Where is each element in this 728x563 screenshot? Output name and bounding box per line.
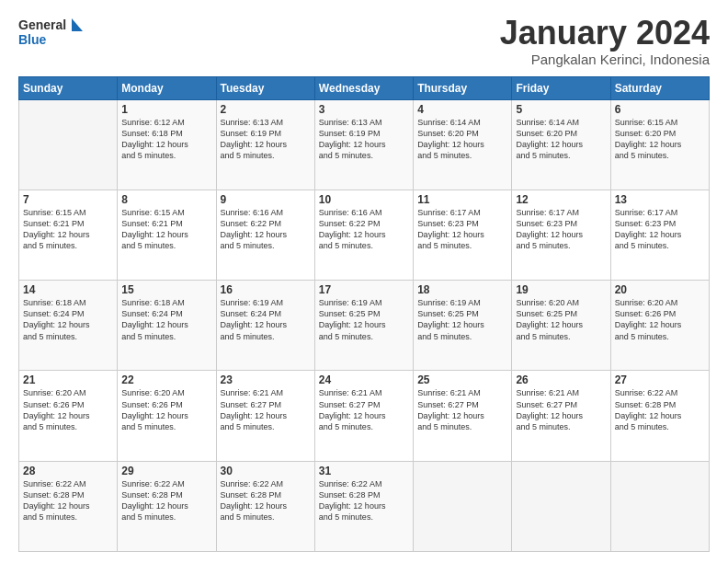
day-number: 6 [615, 103, 705, 116]
day-info: Sunrise: 6:22 AM Sunset: 6:28 PM Dayligh… [221, 478, 311, 523]
table-cell: 15Sunrise: 6:18 AM Sunset: 6:24 PM Dayli… [118, 281, 216, 371]
table-cell: 4Sunrise: 6:14 AM Sunset: 6:20 PM Daylig… [414, 99, 512, 190]
day-info: Sunrise: 6:14 AM Sunset: 6:20 PM Dayligh… [516, 117, 606, 162]
day-number: 21 [23, 373, 113, 386]
svg-text:General: General [18, 17, 66, 32]
table-cell: 11Sunrise: 6:17 AM Sunset: 6:23 PM Dayli… [414, 190, 512, 280]
month-title: January 2024 [500, 15, 710, 52]
table-cell: 19Sunrise: 6:20 AM Sunset: 6:25 PM Dayli… [512, 281, 610, 371]
table-cell [414, 461, 512, 551]
table-cell: 24Sunrise: 6:21 AM Sunset: 6:27 PM Dayli… [314, 371, 413, 461]
table-cell: 8Sunrise: 6:15 AM Sunset: 6:21 PM Daylig… [118, 190, 216, 280]
header-thursday: Thursday [414, 76, 512, 99]
day-number: 19 [516, 283, 606, 296]
table-cell: 12Sunrise: 6:17 AM Sunset: 6:23 PM Dayli… [512, 190, 610, 280]
week-row-3: 14Sunrise: 6:18 AM Sunset: 6:24 PM Dayli… [19, 281, 710, 371]
table-cell: 30Sunrise: 6:22 AM Sunset: 6:28 PM Dayli… [216, 461, 314, 551]
day-info: Sunrise: 6:19 AM Sunset: 6:24 PM Dayligh… [221, 297, 311, 342]
day-number: 27 [615, 373, 705, 386]
table-cell: 22Sunrise: 6:20 AM Sunset: 6:26 PM Dayli… [118, 371, 216, 461]
day-info: Sunrise: 6:22 AM Sunset: 6:28 PM Dayligh… [319, 478, 409, 523]
weekday-header-row: Sunday Monday Tuesday Wednesday Thursday… [19, 76, 710, 99]
week-row-4: 21Sunrise: 6:20 AM Sunset: 6:26 PM Dayli… [19, 371, 710, 461]
day-info: Sunrise: 6:21 AM Sunset: 6:27 PM Dayligh… [516, 387, 606, 432]
day-info: Sunrise: 6:21 AM Sunset: 6:27 PM Dayligh… [221, 387, 311, 432]
day-info: Sunrise: 6:17 AM Sunset: 6:23 PM Dayligh… [516, 207, 606, 252]
table-cell: 23Sunrise: 6:21 AM Sunset: 6:27 PM Dayli… [216, 371, 314, 461]
day-info: Sunrise: 6:13 AM Sunset: 6:19 PM Dayligh… [221, 117, 311, 162]
day-number: 7 [23, 193, 113, 206]
day-info: Sunrise: 6:18 AM Sunset: 6:24 PM Dayligh… [121, 297, 211, 342]
table-cell: 18Sunrise: 6:19 AM Sunset: 6:25 PM Dayli… [414, 281, 512, 371]
day-number: 14 [23, 283, 113, 296]
day-info: Sunrise: 6:15 AM Sunset: 6:21 PM Dayligh… [23, 207, 113, 252]
svg-text:Blue: Blue [18, 32, 47, 47]
logo: General Blue [18, 15, 83, 53]
day-number: 30 [221, 465, 311, 477]
day-number: 22 [121, 373, 211, 386]
header-saturday: Saturday [610, 76, 709, 99]
table-cell: 20Sunrise: 6:20 AM Sunset: 6:26 PM Dayli… [610, 281, 709, 371]
table-cell: 13Sunrise: 6:17 AM Sunset: 6:23 PM Dayli… [610, 190, 709, 280]
day-number: 2 [221, 103, 311, 116]
day-number: 3 [319, 103, 409, 116]
table-cell: 28Sunrise: 6:22 AM Sunset: 6:28 PM Dayli… [19, 461, 118, 551]
table-cell: 17Sunrise: 6:19 AM Sunset: 6:25 PM Dayli… [314, 281, 413, 371]
header-wednesday: Wednesday [314, 76, 413, 99]
table-cell: 21Sunrise: 6:20 AM Sunset: 6:26 PM Dayli… [19, 371, 118, 461]
table-cell: 5Sunrise: 6:14 AM Sunset: 6:20 PM Daylig… [512, 99, 610, 190]
day-info: Sunrise: 6:12 AM Sunset: 6:18 PM Dayligh… [121, 117, 211, 162]
day-number: 24 [319, 373, 409, 386]
day-number: 15 [121, 283, 211, 296]
day-number: 31 [319, 465, 409, 477]
table-cell: 25Sunrise: 6:21 AM Sunset: 6:27 PM Dayli… [414, 371, 512, 461]
day-info: Sunrise: 6:20 AM Sunset: 6:26 PM Dayligh… [121, 387, 211, 432]
day-info: Sunrise: 6:20 AM Sunset: 6:26 PM Dayligh… [615, 297, 705, 342]
location-subtitle: Pangkalan Kerinci, Indonesia [500, 52, 710, 67]
table-cell: 7Sunrise: 6:15 AM Sunset: 6:21 PM Daylig… [19, 190, 118, 280]
day-info: Sunrise: 6:15 AM Sunset: 6:21 PM Dayligh… [121, 207, 211, 252]
day-info: Sunrise: 6:22 AM Sunset: 6:28 PM Dayligh… [121, 478, 211, 523]
day-info: Sunrise: 6:13 AM Sunset: 6:19 PM Dayligh… [319, 117, 409, 162]
day-info: Sunrise: 6:20 AM Sunset: 6:26 PM Dayligh… [23, 387, 113, 432]
svg-marker-2 [72, 18, 83, 31]
table-cell: 31Sunrise: 6:22 AM Sunset: 6:28 PM Dayli… [314, 461, 413, 551]
day-number: 10 [319, 193, 409, 206]
day-number: 17 [319, 283, 409, 296]
day-number: 13 [615, 193, 705, 206]
header-monday: Monday [118, 76, 216, 99]
table-cell: 9Sunrise: 6:16 AM Sunset: 6:22 PM Daylig… [216, 190, 314, 280]
table-cell [19, 99, 118, 190]
week-row-1: 1Sunrise: 6:12 AM Sunset: 6:18 PM Daylig… [19, 99, 710, 190]
day-number: 5 [516, 103, 606, 116]
day-number: 26 [516, 373, 606, 386]
day-info: Sunrise: 6:16 AM Sunset: 6:22 PM Dayligh… [319, 207, 409, 252]
day-number: 12 [516, 193, 606, 206]
day-number: 28 [23, 465, 113, 477]
table-cell [610, 461, 709, 551]
day-number: 25 [417, 373, 507, 386]
header-friday: Friday [512, 76, 610, 99]
day-info: Sunrise: 6:19 AM Sunset: 6:25 PM Dayligh… [319, 297, 409, 342]
day-number: 23 [221, 373, 311, 386]
day-number: 4 [417, 103, 507, 116]
day-number: 16 [221, 283, 311, 296]
table-cell [512, 461, 610, 551]
table-cell: 2Sunrise: 6:13 AM Sunset: 6:19 PM Daylig… [216, 99, 314, 190]
day-info: Sunrise: 6:20 AM Sunset: 6:25 PM Dayligh… [516, 297, 606, 342]
table-cell: 10Sunrise: 6:16 AM Sunset: 6:22 PM Dayli… [314, 190, 413, 280]
table-cell: 6Sunrise: 6:15 AM Sunset: 6:20 PM Daylig… [610, 99, 709, 190]
table-cell: 14Sunrise: 6:18 AM Sunset: 6:24 PM Dayli… [19, 281, 118, 371]
day-info: Sunrise: 6:19 AM Sunset: 6:25 PM Dayligh… [417, 297, 507, 342]
day-number: 8 [121, 193, 211, 206]
table-cell: 29Sunrise: 6:22 AM Sunset: 6:28 PM Dayli… [118, 461, 216, 551]
table-cell: 16Sunrise: 6:19 AM Sunset: 6:24 PM Dayli… [216, 281, 314, 371]
day-info: Sunrise: 6:22 AM Sunset: 6:28 PM Dayligh… [615, 387, 705, 432]
day-number: 20 [615, 283, 705, 296]
day-number: 29 [121, 465, 211, 477]
day-number: 18 [417, 283, 507, 296]
title-block: January 2024 Pangkalan Kerinci, Indonesi… [500, 15, 710, 67]
header: General Blue January 2024 Pangkalan Keri… [18, 15, 710, 67]
day-number: 11 [417, 193, 507, 206]
table-cell: 1Sunrise: 6:12 AM Sunset: 6:18 PM Daylig… [118, 99, 216, 190]
